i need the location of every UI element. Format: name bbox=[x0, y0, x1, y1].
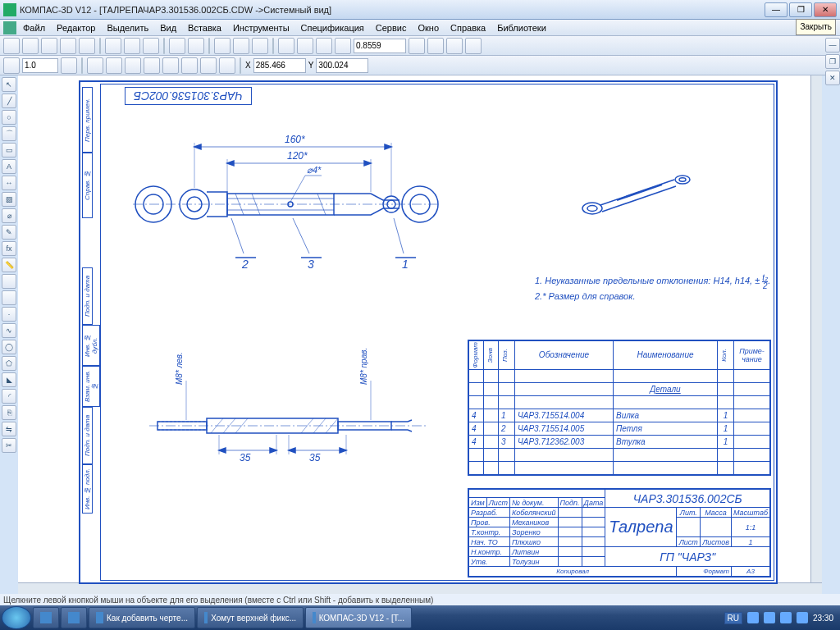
app-menu-icon[interactable] bbox=[3, 21, 16, 34]
point-tool[interactable]: · bbox=[2, 307, 16, 322]
poly-tool[interactable]: ⬠ bbox=[2, 356, 16, 371]
pan-button[interactable] bbox=[409, 38, 425, 54]
menu-spec[interactable]: Спецификация bbox=[296, 21, 369, 34]
cursor-tool[interactable]: ↖ bbox=[2, 77, 16, 92]
save-button[interactable] bbox=[41, 38, 57, 54]
window-title: КОМПАС-3D V12 - [ТАЛРЕПАЧАР3.301536.002С… bbox=[20, 5, 765, 15]
move-icon[interactable] bbox=[427, 38, 444, 54]
x-coord-input[interactable] bbox=[253, 58, 306, 73]
ellipse-tool[interactable]: ◯ bbox=[2, 340, 16, 354]
text-tool[interactable]: A bbox=[2, 159, 16, 174]
tray-icon[interactable] bbox=[780, 612, 792, 623]
menu-view[interactable]: Вид bbox=[155, 21, 181, 34]
mirror-tool[interactable]: ⇋ bbox=[2, 422, 16, 436]
doc-restore-button[interactable]: ❐ bbox=[825, 54, 840, 69]
menu-service[interactable]: Сервис bbox=[371, 21, 412, 34]
new-button[interactable] bbox=[3, 38, 20, 54]
copy-button[interactable] bbox=[124, 38, 140, 54]
fillet-tool[interactable]: ◜ bbox=[2, 389, 16, 404]
param-tool[interactable]: fx bbox=[2, 241, 16, 256]
svg-line-65 bbox=[617, 185, 662, 200]
taskbar-item-2[interactable]: Хомут верхней фикс... bbox=[197, 607, 304, 628]
arc-tool[interactable]: ⌒ bbox=[2, 126, 16, 141]
fx-button[interactable] bbox=[233, 38, 249, 54]
dim-tool[interactable]: ↔ bbox=[2, 176, 16, 190]
taskbar-ie[interactable] bbox=[33, 607, 59, 628]
maximize-button[interactable]: ❐ bbox=[789, 2, 812, 17]
cut-button[interactable] bbox=[105, 38, 121, 54]
zoom-out-button[interactable] bbox=[316, 38, 332, 54]
doc-close-button[interactable]: ✕ bbox=[825, 71, 840, 85]
menu-file[interactable]: Файл bbox=[18, 21, 50, 34]
menu-help[interactable]: Справка bbox=[445, 21, 491, 34]
dash-icon[interactable] bbox=[106, 57, 122, 74]
language-indicator[interactable]: RU bbox=[724, 612, 742, 624]
print-button[interactable] bbox=[60, 38, 76, 54]
hatch-tool[interactable]: ▨ bbox=[2, 192, 16, 207]
vertical-scrollbar[interactable] bbox=[810, 75, 822, 582]
thick-icon[interactable] bbox=[181, 57, 198, 74]
preview-button[interactable] bbox=[79, 38, 95, 54]
scale-input[interactable] bbox=[22, 58, 58, 73]
grid-button[interactable] bbox=[465, 38, 482, 54]
redo-button[interactable] bbox=[188, 38, 204, 54]
drawing-canvas[interactable]: ЧАР3.301536.002СБ Перв. примен. Справ. №… bbox=[18, 75, 822, 594]
menu-tools[interactable]: Инструменты bbox=[228, 21, 294, 34]
taskbar-item-1[interactable]: Как добавить черте... bbox=[89, 607, 195, 628]
dots-icon[interactable] bbox=[125, 57, 141, 74]
spline-tool[interactable]: ∿ bbox=[2, 323, 16, 338]
linestyle-button[interactable] bbox=[61, 57, 77, 74]
step-icon[interactable] bbox=[3, 57, 20, 74]
circle-tool[interactable]: ○ bbox=[2, 110, 16, 125]
copy-tool[interactable]: ⎘ bbox=[2, 405, 16, 420]
dashdot-icon[interactable] bbox=[144, 57, 160, 74]
close-button[interactable]: ✕ Закрыть bbox=[814, 2, 837, 17]
zoom-fit-button[interactable] bbox=[278, 38, 294, 54]
symbol-tool[interactable]: ⌀ bbox=[2, 208, 16, 223]
menu-insert[interactable]: Вставка bbox=[183, 21, 226, 34]
menu-libs[interactable]: Библиотеки bbox=[492, 21, 551, 34]
taskbar-item-active[interactable]: КОМПАС-3D V12 - [Т... bbox=[305, 607, 412, 628]
open-button[interactable] bbox=[22, 38, 39, 54]
doc-min-button[interactable]: — bbox=[825, 38, 840, 52]
y-coord-input[interactable] bbox=[316, 58, 368, 73]
zoom-in-button[interactable] bbox=[297, 38, 313, 54]
blank-tool[interactable] bbox=[2, 274, 16, 289]
minimize-button[interactable]: — bbox=[765, 2, 788, 17]
taskbar-explorer[interactable] bbox=[61, 607, 87, 628]
svg-marker-20 bbox=[385, 144, 391, 149]
zoom-factor-input[interactable] bbox=[354, 39, 406, 53]
rect-tool[interactable]: ▭ bbox=[2, 143, 16, 158]
svg-marker-53 bbox=[219, 448, 226, 453]
trim-tool[interactable]: ✂ bbox=[2, 438, 16, 453]
titleblock-name: Талрепа bbox=[605, 508, 677, 547]
refresh-button[interactable] bbox=[446, 38, 463, 54]
arrow-icon[interactable] bbox=[200, 57, 217, 74]
separator bbox=[163, 38, 165, 54]
menu-select[interactable]: Выделить bbox=[102, 21, 153, 34]
thin-icon[interactable] bbox=[162, 57, 179, 74]
note-1: 1. Неуказанные предельные отклонения: H1… bbox=[535, 276, 760, 285]
volume-icon[interactable] bbox=[797, 612, 808, 623]
zoom-window-button[interactable] bbox=[335, 38, 351, 54]
thread-left: M8* лев. bbox=[175, 352, 184, 385]
separator bbox=[81, 57, 83, 74]
menu-editor[interactable]: Редактор bbox=[52, 21, 100, 34]
tray-icon[interactable] bbox=[764, 612, 775, 623]
dim-phi4: ⌀4* bbox=[307, 165, 322, 175]
chamfer-tool[interactable]: ◣ bbox=[2, 372, 16, 387]
blank2-tool[interactable] bbox=[2, 290, 16, 305]
menu-window[interactable]: Окно bbox=[413, 21, 444, 34]
magnet-icon[interactable] bbox=[214, 38, 231, 54]
measure-tool[interactable]: 📏 bbox=[2, 258, 16, 272]
line-icon[interactable] bbox=[87, 57, 103, 74]
edit-tool[interactable]: ✎ bbox=[2, 225, 16, 240]
paste-button[interactable] bbox=[143, 38, 159, 54]
start-button[interactable] bbox=[2, 606, 31, 629]
tray-icon[interactable] bbox=[747, 612, 759, 623]
line-tool[interactable]: ╱ bbox=[2, 94, 16, 108]
clock[interactable]: 23:30 bbox=[813, 614, 833, 623]
more-icon[interactable] bbox=[219, 57, 235, 74]
fxhat-button[interactable] bbox=[252, 38, 268, 54]
undo-button[interactable] bbox=[169, 38, 185, 54]
